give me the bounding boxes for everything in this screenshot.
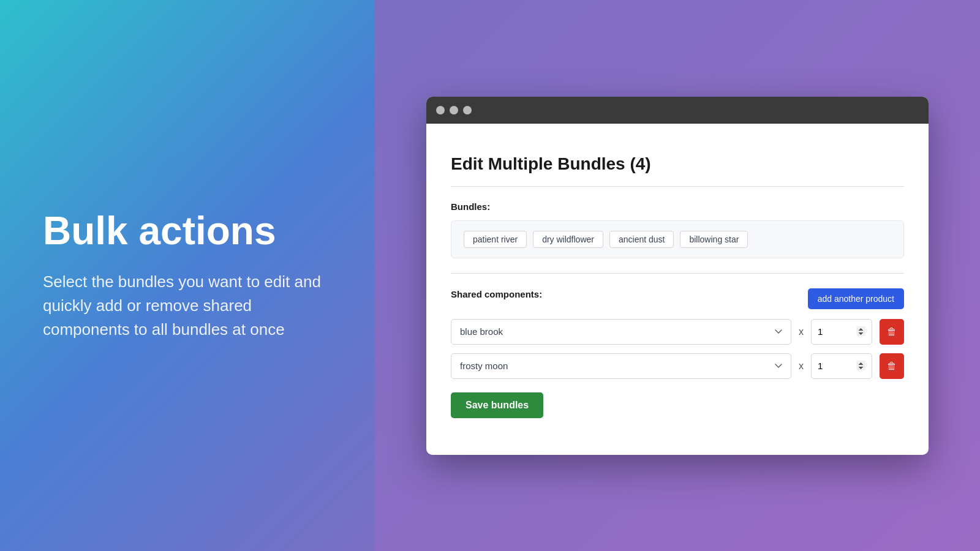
- product-rows-container: blue brookx🗑frosty moonx🗑: [451, 319, 904, 379]
- qty-input-1[interactable]: [811, 353, 872, 379]
- add-another-product-button[interactable]: add another product: [808, 288, 904, 309]
- browser-content: Edit Multiple Bundles (4) Bundles: patie…: [426, 124, 929, 455]
- product-select-0[interactable]: blue brook: [451, 319, 791, 345]
- product-row: blue brookx🗑: [451, 319, 904, 345]
- bundle-tag: patient river: [464, 231, 527, 248]
- traffic-light-green: [463, 106, 472, 114]
- section-divider: [451, 273, 904, 274]
- qty-input-0[interactable]: [811, 319, 872, 345]
- headline: Bulk actions: [43, 209, 332, 252]
- browser-titlebar: [426, 97, 929, 124]
- save-bundles-button[interactable]: Save bundles: [451, 392, 543, 418]
- bundle-tag: dry wildflower: [533, 231, 603, 248]
- left-panel: Bulk actions Select the bundles you want…: [0, 0, 375, 551]
- browser-window: Edit Multiple Bundles (4) Bundles: patie…: [426, 97, 929, 455]
- page-title: Edit Multiple Bundles (4): [451, 154, 904, 174]
- product-select-1[interactable]: frosty moon: [451, 353, 791, 379]
- times-label: x: [799, 326, 804, 337]
- bundles-container: patient riverdry wildflowerancient dustb…: [451, 220, 904, 258]
- product-row: frosty moonx🗑: [451, 353, 904, 379]
- traffic-light-red: [436, 106, 445, 114]
- shared-header: Shared components: add another product: [451, 288, 904, 309]
- bundle-tag: billowing star: [680, 231, 748, 248]
- title-divider: [451, 186, 904, 187]
- subtext: Select the bundles you want to edit and …: [43, 270, 332, 342]
- right-panel: Edit Multiple Bundles (4) Bundles: patie…: [375, 0, 980, 551]
- delete-row-button-1[interactable]: 🗑: [880, 353, 904, 379]
- shared-components-label: Shared components:: [451, 289, 542, 299]
- bundle-tag: ancient dust: [609, 231, 674, 248]
- bundles-label: Bundles:: [451, 201, 904, 212]
- delete-row-button-0[interactable]: 🗑: [880, 319, 904, 345]
- traffic-light-yellow: [450, 106, 458, 114]
- times-label: x: [799, 361, 804, 372]
